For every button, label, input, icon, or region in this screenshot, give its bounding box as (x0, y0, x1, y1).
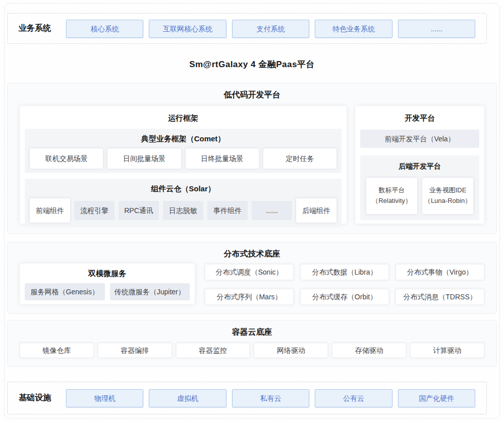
image-registry-box: 镜像仓库 (20, 343, 94, 358)
solar-warehouse-title: 组件云仓（Solar） (30, 181, 337, 198)
lowcode-platform-title: 低代码开发平台 (8, 83, 496, 100)
luna-robin-name: 业务视图IDE (429, 185, 467, 196)
comet-item-timed-task: 定时任务 (263, 148, 337, 169)
distributed-message-tdrss: 分布式消息（TDRSS） (396, 289, 484, 305)
comet-item-endofday-batch: 日终批量场景 (186, 148, 259, 169)
comet-framework-strip: 典型业务框架（Comet） 联机交易场景 日间批量场景 日终批量场景 定时任务 (25, 129, 342, 173)
backend-dev-platform-strip: 后端开发平台 数标平台 （Relativity） 业务视图IDE （Luna-R… (360, 155, 479, 220)
luna-robin-codename: （Luna-Robin） (424, 196, 471, 206)
solar-item-ellipsis: ...... (252, 201, 292, 220)
business-view-ide-luna-robin: 业务视图IDE （Luna-Robin） (422, 178, 473, 214)
distributed-cache-orbit: 分布式缓存（Orbit） (300, 289, 389, 305)
business-box-ellipsis: ...... (398, 20, 475, 38)
distributed-grid: 分布式调度（Sonic） 分布式数据（Libra） 分布式事物（Virgo） 分… (205, 263, 484, 305)
relativity-name: 数标平台 (379, 185, 405, 196)
business-systems-band: 业务系统 核心系统 互联网核心系统 支付系统 特色业务系统 ...... (7, 13, 487, 44)
lowcode-body: 运行框架 典型业务框架（Comet） 联机交易场景 日间批量场景 日终批量场景 … (8, 100, 496, 224)
solar-warehouse-strip: 组件云仓（Solar） 前端组件 流程引擎 RPC通讯 日志脱敏 事件组件 ..… (25, 179, 342, 227)
infra-box-physical-machine: 物理机 (66, 389, 143, 407)
backend-dev-items: 数标平台 （Relativity） 业务视图IDE （Luna-Robin） (366, 178, 473, 214)
backend-dev-platform-title: 后端开发平台 (366, 159, 473, 178)
container-cloud-section: 容器云底座 镜像仓库 容器编排 容器监控 网络驱动 存储驱动 计算驱动 (7, 320, 497, 366)
container-cloud-items: 镜像仓库 容器编排 容器监控 网络驱动 存储驱动 计算驱动 (8, 337, 496, 358)
frontend-dev-platform-vela: 前端开发平台（Vela） (360, 130, 479, 148)
business-box-special: 特色业务系统 (315, 20, 392, 38)
comet-item-daytime-batch: 日间批量场景 (107, 148, 181, 169)
service-mesh-genesis: 服务网格（Genesis） (25, 283, 105, 300)
infrastructure-label: 基础设施 (19, 393, 51, 403)
dev-platform-title: 开发平台 (360, 109, 479, 129)
business-systems-items: 核心系统 互联网核心系统 支付系统 特色业务系统 ...... (66, 20, 475, 38)
solar-item-process-engine: 流程引擎 (74, 201, 115, 220)
compute-driver-box: 计算驱动 (410, 343, 484, 358)
container-cloud-title: 容器云底座 (8, 321, 496, 337)
distributed-base-section: 分布式技术底座 双模微服务 服务网格（Genesis） 传统微服务（Jupite… (7, 242, 497, 313)
network-driver-box: 网络驱动 (254, 343, 328, 358)
container-orchestration-box: 容器编排 (98, 343, 172, 358)
runtime-framework-card: 运行框架 典型业务框架（Comet） 联机交易场景 日间批量场景 日终批量场景 … (20, 106, 347, 224)
infra-box-virtual-machine: 虚拟机 (149, 389, 226, 407)
architecture-diagram: 业务系统 核心系统 互联网核心系统 支付系统 特色业务系统 ...... Sm@… (7, 13, 497, 414)
infrastructure-items: 物理机 虚拟机 私有云 公有云 国产化硬件 (66, 389, 475, 407)
distributed-scheduling-sonic: 分布式调度（Sonic） (205, 264, 294, 280)
traditional-microservice-jupiter: 传统微服务（Jupiter） (110, 283, 190, 300)
dev-platform-card: 开发平台 前端开发平台（Vela） 后端开发平台 数标平台 （Relativit… (355, 106, 484, 224)
infra-box-private-cloud: 私有云 (232, 389, 309, 407)
business-box-core: 核心系统 (66, 20, 143, 38)
distributed-sequence-mars: 分布式序列（Mars） (205, 289, 294, 305)
runtime-framework-title: 运行框架 (25, 109, 342, 129)
solar-item-event-components: 事件组件 (207, 201, 248, 220)
dual-mode-microservice-card: 双模微服务 服务网格（Genesis） 传统微服务（Jupiter） (20, 263, 195, 304)
infra-box-public-cloud: 公有云 (315, 389, 392, 407)
dual-mode-title: 双模微服务 (25, 266, 190, 283)
distributed-transaction-virgo: 分布式事物（Virgo） (396, 264, 484, 280)
infrastructure-band: 基础设施 物理机 虚拟机 私有云 公有云 国产化硬件 (7, 382, 487, 414)
relativity-codename: （Relativity） (372, 196, 412, 206)
distributed-data-libra: 分布式数据（Libra） (300, 264, 389, 280)
platform-title: Sm@rtGalaxy 4 金融Paas平台 (7, 60, 497, 70)
business-box-internet-core: 互联网核心系统 (149, 20, 226, 38)
container-monitoring-box: 容器监控 (176, 343, 250, 358)
distributed-base-title: 分布式技术底座 (8, 242, 496, 259)
data-standard-platform-relativity: 数标平台 （Relativity） (366, 178, 417, 214)
comet-item-online-trade: 联机交易场景 (30, 148, 103, 169)
solar-items: 前端组件 流程引擎 RPC通讯 日志脱敏 事件组件 ...... 后端组件 (30, 198, 337, 223)
solar-backend-components: 后端组件 (296, 198, 337, 223)
storage-driver-box: 存储驱动 (332, 343, 406, 358)
comet-framework-title: 典型业务框架（Comet） (30, 131, 337, 148)
infra-box-domestic-hardware: 国产化硬件 (398, 389, 475, 407)
business-systems-label: 业务系统 (19, 23, 51, 34)
solar-frontend-components: 前端组件 (30, 198, 70, 223)
lowcode-platform-section: 低代码开发平台 运行框架 典型业务框架（Comet） 联机交易场景 日间批量场景… (7, 83, 497, 234)
dual-mode-items: 服务网格（Genesis） 传统微服务（Jupiter） (25, 283, 190, 300)
business-box-payment: 支付系统 (232, 20, 309, 38)
solar-item-log-masking: 日志脱敏 (163, 201, 203, 220)
distributed-body: 双模微服务 服务网格（Genesis） 传统微服务（Jupiter） 分布式调度… (8, 259, 496, 305)
solar-item-rpc: RPC通讯 (119, 201, 159, 220)
comet-items: 联机交易场景 日间批量场景 日终批量场景 定时任务 (30, 148, 337, 169)
